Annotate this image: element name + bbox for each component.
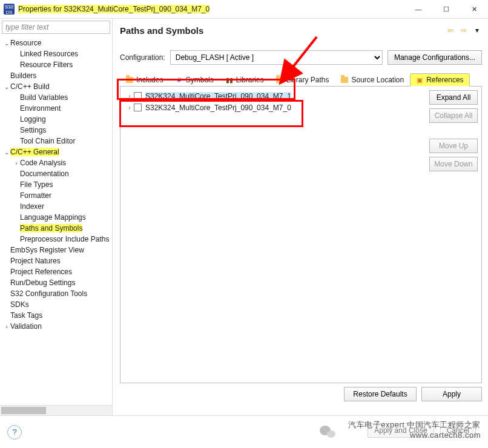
nav-forward-icon[interactable]: ⇨ [459,25,469,35]
tree-language-mappings[interactable]: Language Mappings [2,212,112,223]
app-icon: S32DS [4,4,15,15]
folder-icon [125,76,134,84]
reference-label: S32K324_MultiCore_TestPrj_090_034_M7_1 [145,92,291,100]
filter-input[interactable]: type filter text [2,21,110,34]
folder-icon [340,76,349,84]
tree-file-types[interactable]: File Types [2,179,112,190]
collapse-all-button[interactable]: Collapse All [429,108,478,123]
window-minimize-button[interactable]: — [404,0,432,18]
folder-icon [275,76,284,84]
tree-embsys[interactable]: EmbSys Register View [2,245,112,255]
books-icon: ▮▮ [225,76,234,84]
configuration-select[interactable]: Debug_FLASH [ Active ] [170,50,383,65]
tree-environment[interactable]: Environment [2,103,112,114]
reference-checkbox[interactable] [134,104,142,111]
apply-button[interactable]: Apply [421,387,482,401]
help-button[interactable]: ? [7,425,22,440]
sidebar-horizontal-scrollbar[interactable] [0,405,112,415]
manage-configurations-button[interactable]: Manage Configurations... [387,50,482,65]
link-icon: ▣ [415,76,424,84]
tree-code-analysis[interactable]: ›Code Analysis [2,157,112,168]
tree-validation[interactable]: ›Validation [2,321,112,332]
tree-paths-and-symbols[interactable]: Paths and Symbols [2,223,112,234]
reference-item[interactable]: › S32K324_MultiCore_TestPrj_090_034_M7_1 [125,90,421,102]
nav-back-icon[interactable]: ⇦ [446,25,455,35]
tab-source-location[interactable]: Source Location [335,73,410,87]
tree-s32-config-tools[interactable]: S32 Configuration Tools [2,288,112,299]
move-down-button[interactable]: Move Down [429,157,478,171]
tree-c-general[interactable]: ⌄C/C++ General [2,147,112,157]
move-up-button[interactable]: Move Up [429,139,478,153]
tree-c-build[interactable]: ⌄C/C++ Build [2,81,112,92]
tree-resource[interactable]: ⌄Resource [2,38,112,48]
apply-and-close-button[interactable]: Apply and Close [368,423,434,438]
references-list[interactable]: › S32K324_MultiCore_TestPrj_090_034_M7_1… [120,87,426,383]
tab-references[interactable]: ▣ References [410,73,469,87]
tree-settings[interactable]: Settings [2,125,112,136]
tree-sdks[interactable]: SDKs [2,299,112,310]
window-titlebar: S32DS Properties for S32K324_MultiCore_T… [0,0,488,18]
tree-project-references[interactable]: Project References [2,266,112,277]
tree-task-tags[interactable]: Task Tags [2,310,112,321]
tree-logging[interactable]: Logging [2,114,112,125]
page-title: Paths and Symbols [120,25,203,36]
configuration-label: Configuration: [120,53,165,62]
reference-checkbox[interactable] [134,92,142,100]
cancel-button[interactable]: Cancel [440,423,476,438]
window-close-button[interactable]: ✕ [460,0,488,18]
tree-documentation[interactable]: Documentation [2,168,112,179]
tree-builders[interactable]: Builders [2,70,112,81]
dialog-footer: ? Apply and Close Cancel 汽车电子expert 中国汽车… [0,415,488,448]
tree-tool-chain-editor[interactable]: Tool Chain Editor [2,136,112,147]
expand-all-button[interactable]: Expand All [429,90,478,105]
nav-menu-icon[interactable]: ▾ [472,25,482,35]
paths-symbols-tabs: Includes # Symbols ▮▮ Libraries Library … [120,73,482,87]
tab-library-paths[interactable]: Library Paths [270,73,335,87]
tab-includes[interactable]: Includes [120,73,170,87]
tree-run-debug-settings[interactable]: Run/Debug Settings [2,277,112,288]
window-maximize-button[interactable]: ☐ [432,0,460,18]
tab-symbols[interactable]: # Symbols [170,73,220,87]
tree-preprocessor-include-paths[interactable]: Preprocessor Include Paths [2,234,112,245]
tree-resource-filters[interactable]: Resource Filters [2,59,112,70]
tree-formatter[interactable]: Formatter [2,190,112,201]
wechat-icon [320,426,337,440]
chevron-right-icon: › [125,93,134,99]
tree-linked-resources[interactable]: Linked Resources [2,48,112,59]
tree-build-variables[interactable]: Build Variables [2,92,112,103]
tree-indexer[interactable]: Indexer [2,201,112,212]
restore-defaults-button[interactable]: Restore Defaults [344,387,417,401]
properties-page: Paths and Symbols ⇦ ⇨ ▾ Configuration: D… [113,19,488,415]
hash-icon: # [175,76,183,84]
chevron-right-icon: › [125,104,134,111]
window-title: Properties for S32K324_MultiCore_TestPrj… [18,5,209,13]
properties-tree[interactable]: ⌄Resource Linked Resources Resource Filt… [0,36,112,405]
properties-sidebar: type filter text ⌄Resource Linked Resour… [0,19,113,415]
reference-item[interactable]: › S32K324_MultiCore_TestPrj_090_034_M7_0 [125,102,421,113]
tab-libraries[interactable]: ▮▮ Libraries [220,73,270,87]
reference-label: S32K324_MultiCore_TestPrj_090_034_M7_0 [145,104,291,112]
tree-project-natures[interactable]: Project Natures [2,255,112,266]
page-toolbar: ⇦ ⇨ ▾ [446,25,482,35]
